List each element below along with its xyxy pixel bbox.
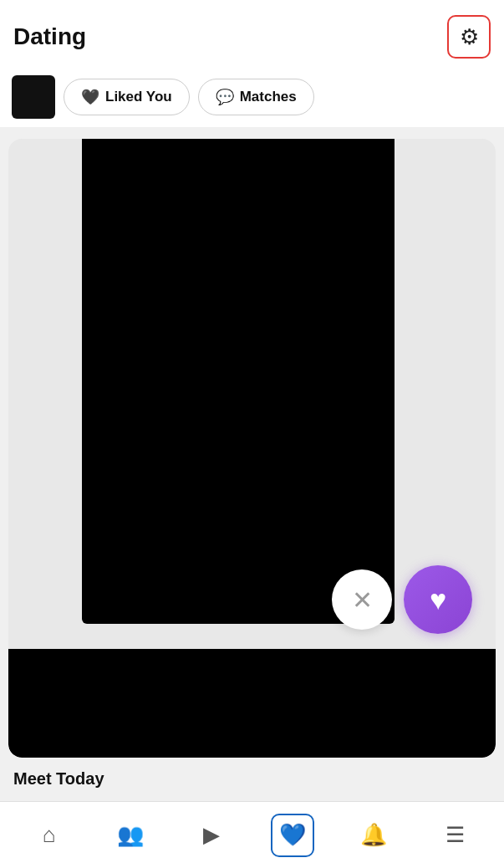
matches-label: Matches — [240, 89, 297, 105]
settings-button[interactable]: ⚙ — [447, 15, 491, 59]
chat-icon: 💬 — [216, 88, 234, 106]
nav-friends[interactable]: 👥 — [109, 814, 152, 857]
nav-dating[interactable]: 💙 — [271, 814, 314, 857]
nav-home[interactable]: ⌂ — [28, 814, 71, 857]
avatar — [12, 75, 55, 119]
liked-you-label: Liked You — [105, 89, 172, 105]
heart-icon: ♥ — [430, 584, 446, 616]
profile-photo — [82, 139, 395, 624]
pass-button[interactable]: ✕ — [332, 569, 392, 630]
bell-icon: 🔔 — [360, 822, 387, 848]
card-info-bar — [8, 649, 496, 758]
home-icon: ⌂ — [43, 822, 56, 848]
header: Dating ⚙ — [0, 0, 504, 67]
gear-icon: ⚙ — [460, 24, 479, 50]
section-below: Meet Today — [0, 758, 504, 789]
nav-notifications[interactable]: 🔔 — [352, 814, 395, 857]
profile-card: ✕ ♥ — [8, 139, 496, 758]
nav-menu[interactable]: ☰ — [433, 814, 476, 857]
friends-icon: 👥 — [117, 822, 144, 848]
liked-you-tab[interactable]: 🖤 Liked You — [64, 79, 190, 115]
bottom-nav: ⌂ 👥 ▶ 💙 🔔 ☰ — [0, 801, 504, 868]
dating-heart-icon: 💙 — [279, 822, 306, 848]
action-buttons: ✕ ♥ — [332, 565, 472, 634]
tabs-row: 🖤 Liked You 💬 Matches — [0, 67, 504, 127]
section-title: Meet Today — [13, 769, 104, 788]
play-icon: ▶ — [203, 822, 220, 848]
page-title: Dating — [13, 23, 86, 50]
x-icon: ✕ — [352, 585, 373, 615]
heart-filled-icon: 🖤 — [81, 88, 99, 106]
matches-tab[interactable]: 💬 Matches — [198, 79, 314, 115]
menu-icon: ☰ — [445, 822, 465, 848]
like-button[interactable]: ♥ — [404, 565, 472, 634]
nav-watch[interactable]: ▶ — [190, 814, 233, 857]
